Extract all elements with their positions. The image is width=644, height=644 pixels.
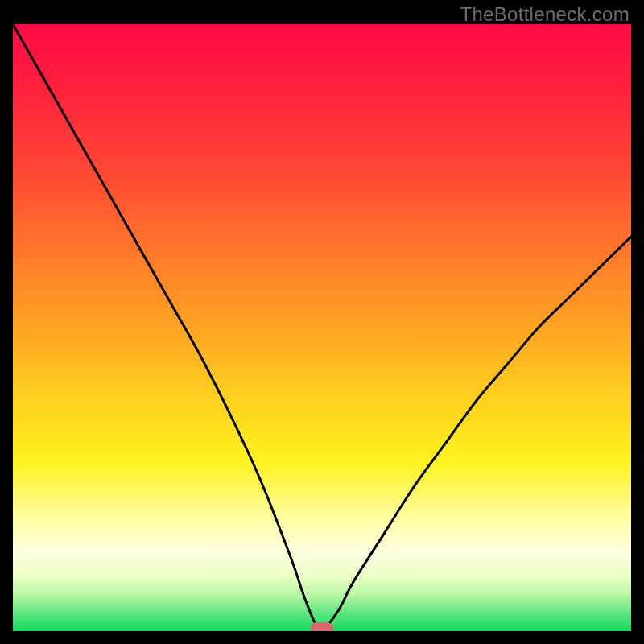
bottleneck-curve (13, 24, 631, 631)
plot-area (13, 24, 631, 631)
chart-container: TheBottleneck.com (0, 0, 644, 644)
watermark-text: TheBottleneck.com (460, 3, 630, 26)
minimum-marker (311, 622, 333, 631)
curve-path (13, 24, 631, 631)
